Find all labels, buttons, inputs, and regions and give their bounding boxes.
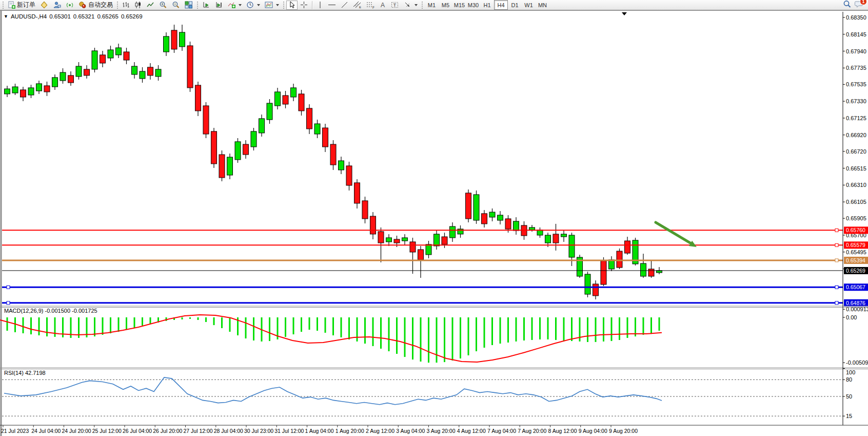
add-indicator-button[interactable] [226,1,244,10]
market-button[interactable] [51,1,63,10]
hline-handle[interactable] [835,243,838,247]
hline-handle[interactable] [835,259,838,262]
chart-shift-button[interactable] [213,1,225,10]
timeframe-H1[interactable]: H1 [480,0,494,10]
one-click-arrow-icon[interactable]: ▼ [4,14,8,19]
period-clock-icon [246,1,254,9]
svg-text:T: T [393,2,397,8]
cursor-button[interactable] [286,1,298,10]
candle-bear [299,94,304,111]
candle-bull [537,230,543,235]
candle-bull [561,234,567,237]
line-chart-button[interactable] [145,1,156,10]
channel-button[interactable]: E [351,1,364,10]
svg-text:A: A [381,2,385,9]
candle-bear [124,52,129,60]
autoscroll-icon [202,1,210,9]
timeframe-M1[interactable]: M1 [425,0,439,10]
hline-handle[interactable] [835,286,838,289]
candle-bear [243,144,249,155]
candle-bull [180,32,185,47]
candle-bear [346,166,352,185]
timeframe-M15[interactable]: M15 [452,0,466,10]
candle-bear [466,193,471,219]
hline-price-label: 0.65394 [846,257,865,263]
chart-canvas[interactable]: 0.683500.681450.679400.677350.675350.673… [0,11,868,436]
hline-handle[interactable] [835,229,838,232]
vline-button[interactable] [315,1,325,10]
trendline-button[interactable] [339,1,350,10]
timeframe-D1[interactable]: D1 [508,0,522,10]
period-caret-icon [257,4,260,6]
zoom-in-button[interactable] [157,1,169,10]
candle-bull [426,244,431,255]
timeframe-H4[interactable]: H4 [494,0,508,10]
toolbar-grip [422,2,423,9]
search-icon[interactable] [843,0,852,10]
period-button[interactable] [244,1,262,10]
bars-chart-button[interactable] [120,1,132,10]
time-tick-label: 7 Aug 20:00 [518,428,546,434]
price-tick-label: 0.65905 [846,215,866,221]
candle-bull [657,271,662,273]
time-tick-label: 31 Jul 12:00 [274,428,304,434]
time-tick-label: 3 Aug 20:00 [427,428,456,434]
timeframe-W1[interactable]: W1 [522,0,536,10]
open-value: 0.65301 [49,13,71,20]
timeframe-M5[interactable]: M5 [439,0,452,10]
candle-bull [529,228,535,230]
crosshair-button[interactable] [298,1,310,10]
candle-bull [314,124,320,134]
metaeditor-icon [40,1,48,9]
autoscroll-button[interactable] [200,1,212,10]
fibonacci-button[interactable]: F [364,1,377,10]
candle-bull [116,48,122,55]
shapes-arrows-icon [404,1,412,9]
signals-button[interactable] [64,1,76,10]
main-toolbar: 新订单 自动交易 [0,0,868,10]
candle-bear [21,90,26,97]
toolbar-grip [3,2,4,9]
candle-bear [601,261,606,285]
candle-bear [354,183,360,203]
shapes-button[interactable] [402,1,420,10]
hline-price-label: 0.65067 [846,284,865,290]
auto-trading-button[interactable]: 自动交易 [76,1,115,10]
hline-price-label: 0.65760 [846,227,865,233]
candle-bear [323,128,328,147]
price-tick-label: 0.68350 [846,14,866,21]
candle-bear [187,46,193,88]
chart-window[interactable]: ▼ AUDUSD-,H4 0.65301 0.65321 0.65265 0.6… [0,10,868,436]
hline-button[interactable] [326,1,338,10]
zoom-out-button[interactable] [170,1,182,10]
candle-bull [339,161,344,170]
autotrade-icon [78,1,87,9]
text-button[interactable]: A [378,1,388,10]
hline-handle[interactable] [7,286,10,289]
candle-bear [307,108,312,129]
cursor-icon [288,1,295,9]
new-order-button[interactable]: 新订单 [6,1,37,10]
chat-icon[interactable]: 1 [855,0,864,10]
timeframe-MN[interactable]: MN [536,0,549,10]
macd-tick-label: 0.00 [846,314,857,320]
timeframe-M30[interactable]: M30 [466,0,480,10]
metaeditor-button[interactable] [38,1,50,10]
candle-bear [442,237,447,244]
template-button[interactable] [263,1,281,10]
hline-handle[interactable] [835,301,838,305]
candle-bear [482,214,487,224]
candle-bull [227,157,233,175]
line-chart-icon [147,1,154,9]
candle-bear [100,55,106,63]
zoom-in-icon [159,1,167,9]
candle-bull [259,119,265,133]
label-button[interactable]: T [389,1,401,10]
hline-handle[interactable] [7,301,10,305]
hline-price-label: 0.64876 [846,300,865,306]
tile-windows-button[interactable] [183,1,195,10]
candle-bear [648,269,654,276]
vline-icon [317,1,323,9]
candles-chart-button[interactable] [132,1,144,10]
candle-bear [370,216,376,234]
